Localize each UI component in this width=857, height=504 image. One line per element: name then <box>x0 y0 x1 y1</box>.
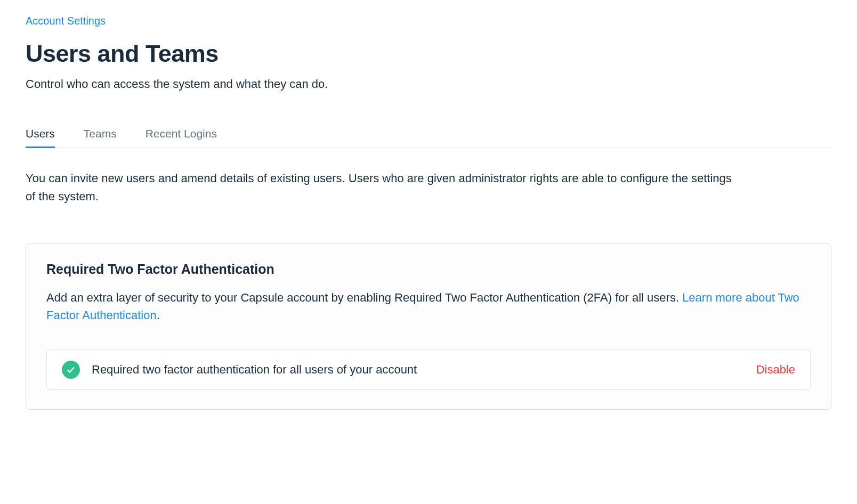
tfa-panel-title: Required Two Factor Authentication <box>46 262 811 277</box>
tab-users[interactable]: Users <box>26 121 55 148</box>
page-subtitle: Control who can access the system and wh… <box>26 77 831 91</box>
disable-button[interactable]: Disable <box>756 363 795 377</box>
users-tab-description: You can invite new users and amend detai… <box>26 169 740 206</box>
tfa-description-period: . <box>157 308 160 322</box>
check-icon <box>62 361 80 379</box>
breadcrumb-link[interactable]: Account Settings <box>26 15 831 27</box>
tfa-status-row: Required two factor authentication for a… <box>46 349 811 390</box>
tfa-description-text: Add an extra layer of security to your C… <box>46 291 682 304</box>
page-title: Users and Teams <box>26 40 831 68</box>
tab-recent-logins[interactable]: Recent Logins <box>145 121 217 148</box>
tfa-panel-description: Add an extra layer of security to your C… <box>46 289 811 324</box>
tab-teams[interactable]: Teams <box>84 121 117 148</box>
tfa-status-text: Required two factor authentication for a… <box>92 363 756 377</box>
tfa-panel: Required Two Factor Authentication Add a… <box>26 243 831 410</box>
tabs-container: Users Teams Recent Logins <box>26 121 831 148</box>
